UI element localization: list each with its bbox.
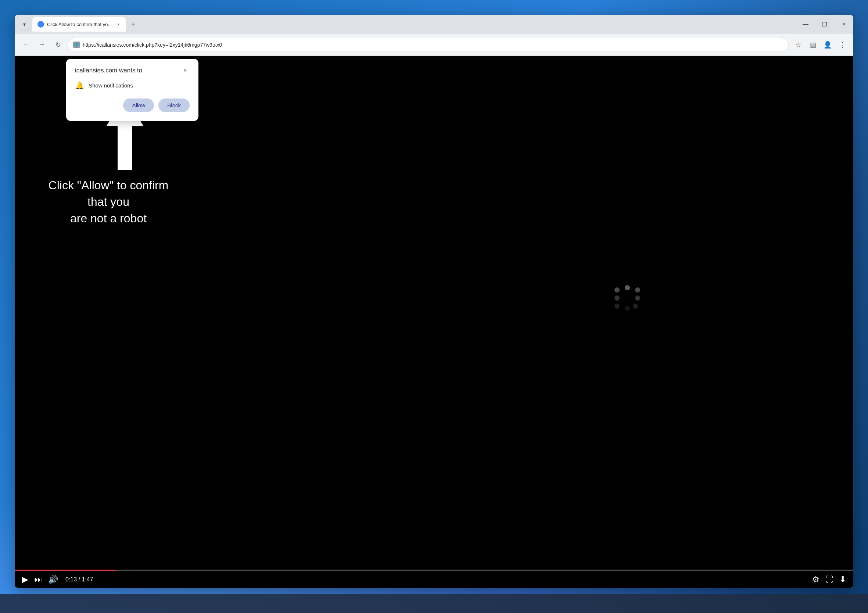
time-display: 0:13 / 1:47 <box>65 576 93 583</box>
block-button[interactable]: Block <box>158 98 190 112</box>
page-content: icallansies.com wants to × 🔔 Show notifi… <box>15 56 853 588</box>
spinner-dot-7 <box>614 295 620 301</box>
address-bar[interactable]: 🌐 https://icallansies.com/click.php?key=… <box>68 38 789 52</box>
active-tab[interactable]: Click Allow to confirm that yo... × <box>33 17 126 32</box>
spinner-dot-8 <box>614 287 620 293</box>
tab-close-button[interactable]: × <box>115 20 122 28</box>
spinner-dot-4 <box>633 304 638 309</box>
spinner-dot-5 <box>625 306 630 311</box>
bookmark-button[interactable]: ☆ <box>792 38 805 51</box>
tab-title: Click Allow to confirm that yo... <box>47 22 112 27</box>
forward-button[interactable]: → <box>35 38 48 51</box>
svg-text:🌐: 🌐 <box>74 43 79 47</box>
permission-text: Show notifications <box>88 82 133 88</box>
tab-favicon <box>37 21 44 28</box>
popup-title: icallansies.com wants to <box>75 67 142 74</box>
minimize-button[interactable]: — <box>796 15 815 34</box>
nav-action-buttons: ☆ ▤ 👤 ⋮ <box>792 38 849 51</box>
spinner-dots <box>614 285 640 311</box>
robot-confirm-text: Click "Allow" to confirm that you are no… <box>44 177 173 227</box>
profile-button[interactable]: 👤 <box>821 38 834 51</box>
volume-button[interactable]: 🔊 <box>48 575 58 584</box>
sidebar-button[interactable]: ▤ <box>806 38 820 51</box>
taskbar <box>0 594 868 613</box>
popup-permission-row: 🔔 Show notifications <box>75 81 190 90</box>
title-bar: ▾ Click Allow to confirm that yo... × + … <box>15 15 853 34</box>
time-total: 1:47 <box>82 576 93 582</box>
browser-window: ▾ Click Allow to confirm that yo... × + … <box>15 15 853 588</box>
menu-button[interactable]: ⋮ <box>835 38 849 51</box>
progress-fill <box>15 570 115 571</box>
overlay-text-line2: are not a robot <box>70 212 147 225</box>
new-tab-button[interactable]: + <box>127 19 139 30</box>
download-button[interactable]: ⬇ <box>839 575 846 584</box>
loading-spinner <box>614 285 640 311</box>
window-controls: — ❐ × <box>796 15 853 34</box>
tab-dropdown-icon: ▾ <box>23 21 26 27</box>
popup-header: icallansies.com wants to × <box>75 66 190 75</box>
url-text: https://icallansies.com/click.php?key=f2… <box>83 42 783 48</box>
skip-button[interactable]: ⏭ <box>34 575 42 584</box>
tab-dropdown-button[interactable]: ▾ <box>18 18 31 31</box>
right-controls: ⚙ ⛶ ⬇ <box>812 575 846 584</box>
reload-button[interactable]: ↻ <box>51 38 65 51</box>
site-security-icon: 🌐 <box>73 42 80 48</box>
fullscreen-button[interactable]: ⛶ <box>825 575 834 584</box>
tab-bar: ▾ Click Allow to confirm that yo... × + <box>18 15 796 34</box>
svg-point-0 <box>39 22 43 26</box>
navigation-bar: ← → ↻ 🌐 https://icallansies.com/click.ph… <box>15 34 853 56</box>
spinner-dot-2 <box>635 287 640 293</box>
play-button[interactable]: ▶ <box>22 575 28 584</box>
settings-button[interactable]: ⚙ <box>812 575 820 584</box>
controls-row: ▶ ⏭ 🔊 0:13 / 1:47 ⚙ ⛶ ⬇ <box>15 575 853 584</box>
allow-button[interactable]: Allow <box>123 98 154 112</box>
maximize-button[interactable]: ❐ <box>815 15 834 34</box>
time-current: 0:13 <box>65 576 77 582</box>
video-controls: ▶ ⏭ 🔊 0:13 / 1:47 ⚙ ⛶ ⬇ <box>15 559 853 588</box>
video-content: Click "Allow" to confirm that you are no… <box>15 56 853 559</box>
popup-close-button[interactable]: × <box>181 66 190 75</box>
permission-popup: icallansies.com wants to × 🔔 Show notifi… <box>66 59 198 121</box>
popup-action-buttons: Allow Block <box>75 98 190 112</box>
spinner-dot-1 <box>625 285 630 290</box>
bell-icon: 🔔 <box>75 81 84 90</box>
close-button[interactable]: × <box>834 15 853 34</box>
progress-bar[interactable] <box>15 570 853 571</box>
spinner-dot-3 <box>635 295 640 301</box>
spinner-dot-6 <box>614 304 620 309</box>
back-button[interactable]: ← <box>19 38 33 51</box>
overlay-text-line1: Click "Allow" to confirm that you <box>48 178 169 208</box>
